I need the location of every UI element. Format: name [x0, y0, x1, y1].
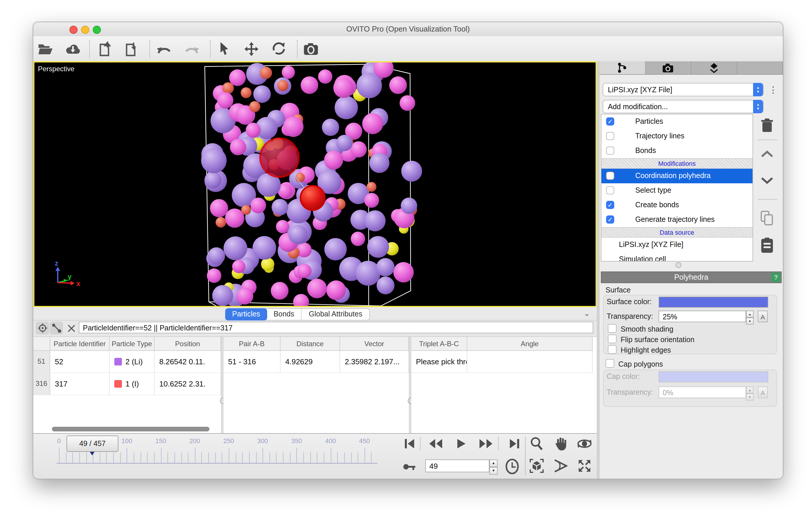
particle-sphere[interactable]: [351, 232, 365, 246]
particle-sphere[interactable]: [288, 225, 308, 244]
pan-tool-button[interactable]: [552, 435, 569, 453]
column-header[interactable]: Distance: [281, 337, 340, 351]
pipeline-item-create-bonds[interactable]: ✓Create bonds: [602, 198, 753, 213]
help-button[interactable]: ?: [771, 273, 781, 282]
particle-sphere[interactable]: [241, 87, 252, 98]
particle-sphere[interactable]: [318, 70, 332, 84]
particle-sphere[interactable]: [249, 101, 260, 112]
panel-splitter[interactable]: [597, 61, 600, 479]
animation-settings-button[interactable]: [401, 458, 418, 475]
pipeline-item-simulation-cell[interactable]: Simulation cell: [602, 252, 753, 262]
pipeline-menu-kebab-icon[interactable]: ⋮: [769, 85, 778, 95]
particle-sphere[interactable]: [322, 119, 339, 136]
column-header[interactable]: Vector: [340, 337, 409, 351]
particle-sphere[interactable]: [335, 96, 358, 119]
column-header[interactable]: Pair A-B: [224, 337, 281, 351]
particle-sphere[interactable]: [401, 198, 417, 214]
inspector-tab-particles[interactable]: Particles: [225, 308, 267, 321]
frame-number-input[interactable]: 49: [425, 460, 489, 472]
move-modifier-down-button[interactable]: [761, 177, 774, 185]
column-header[interactable]: Triplet A-B-C: [411, 337, 467, 351]
inspector-tab-global-attributes[interactable]: Global Attributes: [302, 309, 369, 320]
column-header[interactable]: Position: [154, 337, 221, 351]
cap-auto-button[interactable]: A: [758, 386, 768, 398]
pipeline-item-particles[interactable]: ✓Particles: [602, 114, 753, 129]
tab-layers[interactable]: [691, 61, 737, 74]
particle-sphere[interactable]: [251, 198, 266, 213]
particle-sphere[interactable]: [271, 282, 288, 300]
particle-sphere[interactable]: [377, 276, 394, 294]
open-file-button[interactable]: [35, 39, 56, 59]
save-state-button[interactable]: [121, 39, 142, 59]
particle-sphere[interactable]: [293, 294, 309, 306]
table-row[interactable]: 51 - 3164.926292.35982 2.197...: [224, 351, 409, 373]
triplet-table[interactable]: Triplet A-B-CAnglePlease pick three part…: [411, 337, 593, 434]
column-header[interactable]: Angle: [467, 337, 593, 351]
previous-frame-button[interactable]: [427, 435, 444, 453]
pipeline-item-bonds[interactable]: Bonds: [602, 144, 753, 158]
particle-sphere[interactable]: [389, 77, 407, 94]
transparency-spinner[interactable]: ▲▼: [746, 310, 754, 325]
particle-sphere[interactable]: [253, 85, 271, 103]
particle-sphere[interactable]: [208, 247, 225, 265]
particle-sphere[interactable]: [362, 113, 383, 134]
pipeline-item-lipsi-xyz-xyz-file-[interactable]: LiPSI.xyz [XYZ File]: [602, 238, 753, 252]
particle-sphere[interactable]: [232, 260, 245, 273]
particle-sphere[interactable]: [334, 78, 354, 98]
particle-sphere[interactable]: [201, 148, 227, 173]
move-modifier-up-button[interactable]: [761, 150, 774, 158]
table-row[interactable]: 3163171 (I)10.6252 2.31.: [33, 373, 221, 395]
particle-sphere[interactable]: [336, 135, 353, 151]
particle-sphere[interactable]: [283, 116, 303, 137]
cap-color-swatch[interactable]: [659, 371, 768, 382]
particle-sphere[interactable]: [376, 258, 395, 276]
play-button[interactable]: [453, 435, 470, 453]
unchecked-checkbox-icon[interactable]: [606, 172, 614, 180]
particle-sphere[interactable]: [326, 280, 346, 300]
transparency-input[interactable]: 25%: [659, 310, 746, 322]
particle-sphere[interactable]: [277, 80, 288, 91]
title-bar[interactable]: OVITO Pro (Open Visualization Tool): [33, 22, 783, 37]
particle-sphere[interactable]: [400, 95, 415, 111]
particle-sphere[interactable]: [369, 153, 389, 173]
unchecked-checkbox-icon[interactable]: [606, 132, 614, 140]
import-remote-button[interactable]: [62, 39, 83, 59]
table-horizontal-scrollbar[interactable]: [52, 427, 209, 431]
cap-transparency-input[interactable]: 0%: [659, 386, 746, 398]
flip-surface-checkbox[interactable]: Flip surface orientation: [608, 334, 694, 344]
expression-input[interactable]: ParticleIdentifier==52 || ParticleIdenti…: [79, 322, 593, 333]
particle-sphere[interactable]: [222, 82, 234, 94]
rotate-mode-button[interactable]: [268, 39, 289, 59]
pipeline-item-select-type[interactable]: Select type: [602, 183, 753, 198]
unchecked-checkbox-icon[interactable]: [606, 186, 614, 194]
surface-color-swatch[interactable]: [659, 297, 768, 308]
maximize-viewport-button[interactable]: [576, 457, 593, 475]
particle-sphere[interactable]: [245, 122, 260, 137]
copy-pipeline-button[interactable]: [761, 211, 774, 226]
particle-sphere[interactable]: [295, 173, 305, 183]
checked-checkbox-icon[interactable]: ✓: [606, 201, 614, 209]
highlight-edges-checkbox[interactable]: Highlight edges: [608, 345, 671, 354]
frame-spinner[interactable]: ▲▼: [489, 460, 498, 475]
particle-sphere[interactable]: [394, 262, 414, 282]
undo-button[interactable]: [154, 39, 175, 59]
tab-render[interactable]: [645, 61, 691, 74]
pipeline-selector[interactable]: LiPSI.xyz [XYZ File] ▲▼: [603, 83, 763, 96]
add-modification-dropdown[interactable]: Add modification... ▲▼: [603, 100, 763, 113]
polyhedra-rollout-header[interactable]: Polyhedra ?: [601, 271, 782, 283]
pipeline-item-generate-trajectory-lines[interactable]: ✓Generate trajectory lines: [602, 213, 753, 227]
table-splitter[interactable]: [221, 337, 224, 434]
particle-sphere[interactable]: [253, 236, 276, 260]
selector-spin-icon[interactable]: ▲▼: [753, 83, 763, 96]
load-state-button[interactable]: [95, 39, 116, 59]
column-header[interactable]: Particle Identifier: [50, 337, 110, 351]
clear-expression-button[interactable]: [65, 322, 78, 334]
particle-sphere[interactable]: [217, 92, 234, 109]
tab-pipeline[interactable]: [600, 61, 645, 74]
pipeline-item-trajectory-lines[interactable]: Trajectory lines: [602, 129, 753, 144]
particle-sphere[interactable]: [212, 285, 233, 306]
particle-sphere[interactable]: [324, 151, 343, 170]
selected-particle-sphere[interactable]: [260, 138, 299, 177]
unchecked-checkbox-icon[interactable]: [606, 146, 614, 155]
particle-sphere[interactable]: [271, 199, 288, 215]
